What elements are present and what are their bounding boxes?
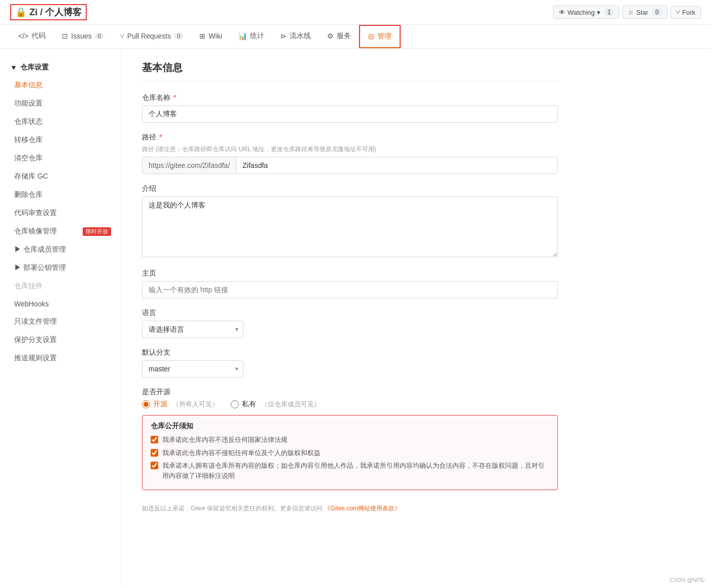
checkbox-3[interactable] [151, 462, 158, 469]
repo-name-input[interactable] [142, 106, 558, 123]
sidebar-item-webhooks[interactable]: WebHooks [0, 295, 121, 313]
path-label: 路径 * [142, 133, 558, 142]
sidebar-item-basic-info[interactable]: 基本信息 [0, 76, 121, 94]
tab-code-label: 代码 [31, 31, 46, 41]
issues-icon: ⊡ [62, 32, 68, 40]
open-source-radio[interactable] [142, 400, 150, 408]
checkbox-1[interactable] [151, 436, 158, 443]
intro-group: 介绍 这是我的个人博客 [142, 184, 558, 259]
sidebar-item-readonly-files[interactable]: 只读文件管理 [0, 313, 121, 331]
open-source-text: 开源 [153, 400, 167, 409]
sidebar-item-code-review[interactable]: 代码审查设置 [0, 204, 121, 222]
tab-code[interactable]: </> 代码 [10, 25, 54, 48]
checkbox-2-label: 我承诺此仓库内容不侵犯任何单位及个人的版权和权益 [162, 448, 321, 458]
webhooks-label: WebHooks [14, 300, 49, 308]
tab-manage[interactable]: ⊟ 管理 [359, 25, 401, 48]
open-source-radio-label[interactable]: 开源 （所有人可见） [142, 400, 219, 409]
sidebar-item-deploy-key[interactable]: ▶ 部署公钥管理 [0, 259, 121, 277]
intro-textarea[interactable]: 这是我的个人博客 [142, 196, 558, 257]
sidebar-item-storage-gc[interactable]: 存储库 GC [0, 167, 121, 186]
footer-link[interactable]: 《Gitee.com网站使用条款》 [324, 505, 401, 512]
sidebar-item-function-settings[interactable]: 功能设置 [0, 94, 121, 113]
sidebar-item-transfer-repo[interactable]: 转移仓库 [0, 131, 121, 149]
tab-wiki[interactable]: ⊞ Wiki [191, 26, 230, 47]
function-settings-label: 功能设置 [14, 99, 43, 108]
repo-title: 🔒 Zi / 个人博客 [10, 4, 87, 20]
pr-badge: 0 [174, 32, 183, 40]
intro-label: 介绍 [142, 184, 558, 193]
fork-label: Fork [682, 9, 695, 16]
default-branch-label: 默认分支 [142, 348, 558, 357]
sidebar-item-repo-hook: 仓库挂件 [0, 277, 121, 295]
path-input[interactable] [236, 157, 558, 174]
tab-services[interactable]: ⚙ 服务 [319, 25, 359, 48]
watching-label: Watching [567, 9, 595, 16]
open-source-hint: （所有人可见） [172, 400, 219, 409]
sidebar-item-clear-repo[interactable]: 清空仓库 [0, 149, 121, 167]
tab-pull-requests[interactable]: ⑂ Pull Requests 0 [112, 26, 192, 47]
tab-stats-label: 统计 [250, 31, 264, 41]
checkbox-3-label: 我承诺本人拥有该仓库所有内容的版权；如仓库内容引用他人作品，我承诺所引用内容均确… [162, 461, 549, 480]
public-notice-box: 仓库公开须知 我承诺此仓库内容不违反任何国家法律法规 我承诺此仓库内容不侵犯任何… [142, 415, 558, 490]
sidebar-section-title[interactable]: ▼ 仓库设置 [0, 59, 121, 76]
tab-services-label: 服务 [337, 31, 351, 41]
sidebar-item-push-rules[interactable]: 推送规则设置 [0, 349, 121, 367]
path-prefix: https://gitee.com/Zifasdfa/ [142, 157, 236, 174]
sidebar-item-member-manage[interactable]: ▶ 仓库成员管理 [0, 240, 121, 259]
open-source-radio-group: 开源 （所有人可见） 私有 （仅仓库成员可见） [142, 400, 558, 409]
watching-count: 1 [605, 8, 614, 16]
private-radio[interactable] [231, 400, 239, 408]
sidebar-item-repo-status[interactable]: 仓库状态 [0, 113, 121, 131]
checkbox-2[interactable] [151, 449, 158, 457]
star-label: Star [636, 9, 648, 16]
delete-repo-label: 删除仓库 [14, 190, 43, 199]
footer-note: 如违反以上承诺，Gitee 保留追究相关责任的权利。更多信息请访问 《Gitee… [142, 500, 558, 517]
repo-path: Zi / 个人博客 [29, 6, 82, 18]
private-text: 私有 [242, 400, 256, 409]
fork-button[interactable]: ⑂ Fork [670, 6, 701, 19]
path-hint: 路径 (请注意：仓库路径即仓库访问 URL 地址，更改仓库路径将导致原克隆地址不… [142, 145, 558, 154]
sidebar-item-protect-branch[interactable]: 保护分支设置 [0, 331, 121, 349]
checkbox-item-1: 我承诺此仓库内容不违反任何国家法律法规 [151, 435, 549, 445]
checkbox-1-label: 我承诺此仓库内容不违反任何国家法律法规 [162, 435, 288, 445]
readonly-files-label: 只读文件管理 [14, 317, 57, 326]
clear-repo-label: 清空仓库 [14, 154, 43, 163]
collapse-icon: ▼ [10, 63, 17, 72]
default-branch-group: 默认分支 master ▾ [142, 348, 558, 377]
homepage-group: 主页 [142, 269, 558, 298]
fork-icon: ⑂ [676, 9, 680, 16]
code-review-label: 代码审查设置 [14, 209, 57, 218]
tab-issues[interactable]: ⊡ Issues 0 [54, 26, 112, 47]
push-rules-label: 推送规则设置 [14, 354, 57, 363]
path-row: https://gitee.com/Zifasdfa/ [142, 157, 558, 174]
tab-stats[interactable]: 📊 统计 [230, 25, 272, 48]
manage-icon: ⊟ [368, 32, 374, 41]
code-icon: </> [18, 32, 28, 40]
repo-status-label: 仓库状态 [14, 117, 43, 126]
section-title: 基本信息 [142, 61, 558, 81]
default-branch-select[interactable]: master [142, 360, 243, 377]
tab-pipeline-label: 流水线 [290, 31, 311, 41]
wiki-icon: ⊞ [199, 32, 205, 40]
star-icon: ☆ [628, 9, 634, 16]
csdn-badge: CSDN @NPE- [669, 577, 706, 583]
watching-button[interactable]: 👁 Watching ▾ 1 [553, 6, 619, 19]
repo-name-label: 仓库名称 * [142, 93, 558, 102]
homepage-label: 主页 [142, 269, 558, 278]
homepage-input[interactable] [142, 281, 558, 298]
language-select[interactable]: 请选择语言 [142, 321, 243, 338]
stats-icon: 📊 [238, 32, 247, 40]
tab-issues-label: Issues [71, 32, 91, 40]
star-button[interactable]: ☆ Star 0 [622, 6, 667, 19]
footer-note-text: 如违反以上承诺，Gitee 保留追究相关责任的权利。更多信息请访问 [142, 505, 323, 512]
tab-pr-label: Pull Requests [127, 32, 171, 40]
checkbox-item-3: 我承诺本人拥有该仓库所有内容的版权；如仓库内容引用他人作品，我承诺所引用内容均确… [151, 461, 549, 480]
header: 🔒 Zi / 个人博客 👁 Watching ▾ 1 ☆ Star 0 ⑂ Fo… [0, 0, 711, 25]
sidebar-item-delete-repo[interactable]: 删除仓库 [0, 186, 121, 204]
private-radio-label[interactable]: 私有 （仅仓库成员可见） [231, 400, 321, 409]
deploy-key-label: ▶ 部署公钥管理 [14, 263, 66, 272]
sidebar-item-mirror-manage[interactable]: 仓库镜像管理 限时开放 [0, 222, 121, 240]
limited-badge: 限时开放 [83, 227, 111, 236]
issues-badge: 0 [95, 32, 104, 40]
tab-pipeline[interactable]: ⊳ 流水线 [272, 25, 319, 48]
